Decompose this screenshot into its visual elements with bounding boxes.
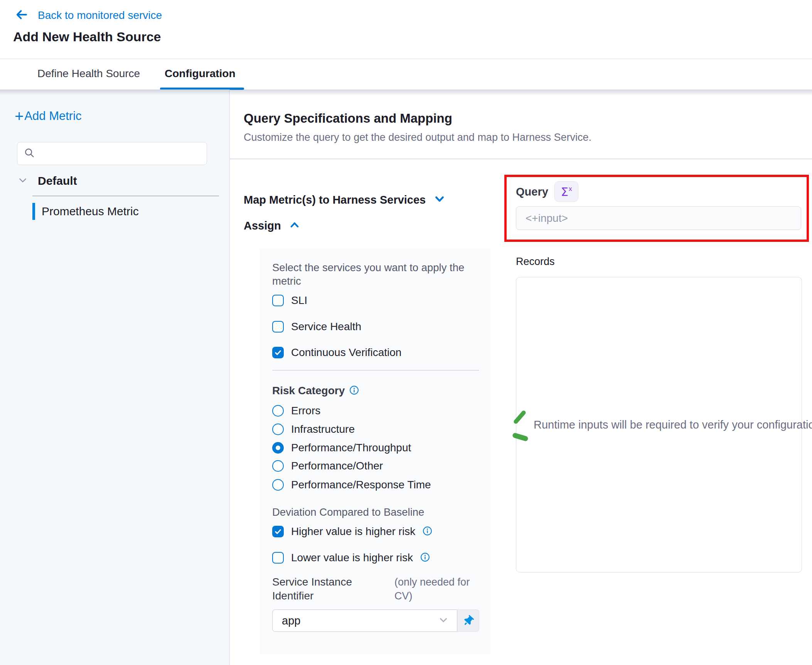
sli-checkbox[interactable] xyxy=(272,295,284,306)
arrow-left-icon xyxy=(15,8,29,23)
performance-response-time-label: Performance/Response Time xyxy=(291,479,431,491)
runtime-check-icon xyxy=(511,408,530,445)
chevron-down-icon xyxy=(438,614,449,627)
performance-other-radio[interactable] xyxy=(272,460,284,472)
back-to-monitored-service-link[interactable]: Back to monitored service xyxy=(15,8,162,23)
assign-panel: Select the services you want to apply th… xyxy=(260,249,491,655)
performance-response-time-radio[interactable] xyxy=(272,479,284,491)
tab-bar: Define Health Source Configuration xyxy=(0,59,812,89)
panel-divider xyxy=(272,370,479,371)
radio-row-performance-other[interactable]: Performance/Other xyxy=(272,460,383,472)
add-metric-button[interactable]: + Add Metric xyxy=(15,108,82,124)
higher-value-label: Higher value is higher risk xyxy=(291,525,415,538)
records-label: Records xyxy=(516,256,555,268)
checkbox-row-lower-value[interactable]: Lower value is higher risk xyxy=(272,552,430,564)
metric-search-box[interactable] xyxy=(17,142,207,165)
checkbox-row-continuous-verification[interactable]: Continuous Verification xyxy=(272,346,401,359)
query-input[interactable]: <+input> xyxy=(516,206,801,230)
checkbox-row-sli[interactable]: SLI xyxy=(272,294,307,307)
performance-other-label: Performance/Other xyxy=(291,460,383,472)
service-instance-note: (only needed for CV) xyxy=(394,575,470,603)
checkbox-row-service-health[interactable]: Service Health xyxy=(272,321,361,333)
search-input[interactable] xyxy=(40,148,194,160)
risk-category-header: Risk Category xyxy=(272,385,359,397)
group-divider xyxy=(32,196,219,196)
service-instance-dropdown[interactable]: app xyxy=(272,609,457,632)
metric-item-label: Prometheus Metric xyxy=(42,205,139,218)
pin-button[interactable] xyxy=(457,609,479,632)
info-icon[interactable] xyxy=(349,385,359,397)
radio-row-errors[interactable]: Errors xyxy=(272,405,320,417)
heading-divider xyxy=(230,159,812,159)
sigma-icon: Σ xyxy=(561,185,568,199)
info-icon[interactable] xyxy=(420,552,430,564)
service-health-label: Service Health xyxy=(291,321,361,333)
add-health-source-screen: Back to monitored service Add New Health… xyxy=(0,0,812,665)
tab-configuration[interactable]: Configuration xyxy=(165,68,236,80)
sidebar-divider xyxy=(229,89,230,665)
lower-value-checkbox[interactable] xyxy=(272,552,284,564)
chevron-down-icon xyxy=(17,174,29,187)
map-metrics-section-toggle[interactable]: Map Metric(s) to Harness Services xyxy=(244,193,446,207)
map-metrics-label: Map Metric(s) to Harness Services xyxy=(244,194,426,206)
errors-radio[interactable] xyxy=(272,405,284,417)
service-instance-value: app xyxy=(282,614,438,627)
page-title: Add New Health Source xyxy=(13,29,161,44)
continuous-verification-checkbox[interactable] xyxy=(272,347,284,358)
plus-icon: + xyxy=(15,108,24,124)
runtime-inputs-message: Runtime inputs will be required to verif… xyxy=(534,419,812,431)
performance-throughput-radio[interactable] xyxy=(272,442,284,454)
higher-value-checkbox[interactable] xyxy=(272,526,284,537)
chevron-up-icon xyxy=(289,219,300,232)
service-health-checkbox[interactable] xyxy=(272,321,284,332)
group-label: Default xyxy=(38,174,77,187)
service-instance-identifier-label: Service Instance Identifier xyxy=(272,575,352,603)
section-subheading: Customize the query to get the desired o… xyxy=(244,132,591,143)
search-icon xyxy=(24,147,35,160)
chevron-down-icon xyxy=(433,193,446,207)
assign-label: Assign xyxy=(244,219,281,232)
back-link-label: Back to monitored service xyxy=(38,9,162,22)
query-label: Query xyxy=(516,186,548,198)
lower-value-label: Lower value is higher risk xyxy=(291,552,413,564)
risk-category-label: Risk Category xyxy=(272,385,345,397)
performance-throughput-label: Performance/Throughput xyxy=(291,442,411,454)
sli-label: SLI xyxy=(291,294,307,307)
infrastructure-radio[interactable] xyxy=(272,424,284,435)
expression-builder-button[interactable]: Σx xyxy=(554,181,578,202)
infrastructure-label: Infrastructure xyxy=(291,423,355,435)
query-input-value: <+input> xyxy=(526,212,568,224)
services-prompt: Select the services you want to apply th… xyxy=(272,261,484,288)
checkbox-row-higher-value[interactable]: Higher value is higher risk xyxy=(272,525,432,538)
continuous-verification-label: Continuous Verification xyxy=(291,346,401,359)
sidebar-item-prometheus-metric[interactable]: Prometheus Metric xyxy=(32,203,139,220)
add-metric-label: Add Metric xyxy=(24,109,81,123)
metric-group-default[interactable]: Default xyxy=(17,174,77,187)
pin-icon xyxy=(461,613,475,628)
radio-row-performance-response-time[interactable]: Performance/Response Time xyxy=(272,479,431,491)
errors-label: Errors xyxy=(291,405,320,417)
assign-section-toggle[interactable]: Assign xyxy=(244,219,300,232)
section-heading: Query Specifications and Mapping xyxy=(244,111,452,126)
tab-define-health-source[interactable]: Define Health Source xyxy=(37,68,140,80)
selected-item-bar xyxy=(32,203,35,220)
radio-row-performance-throughput[interactable]: Performance/Throughput xyxy=(272,442,411,454)
deviation-label: Deviation Compared to Baseline xyxy=(272,506,424,518)
radio-row-infrastructure[interactable]: Infrastructure xyxy=(272,423,355,435)
info-icon[interactable] xyxy=(423,526,432,537)
